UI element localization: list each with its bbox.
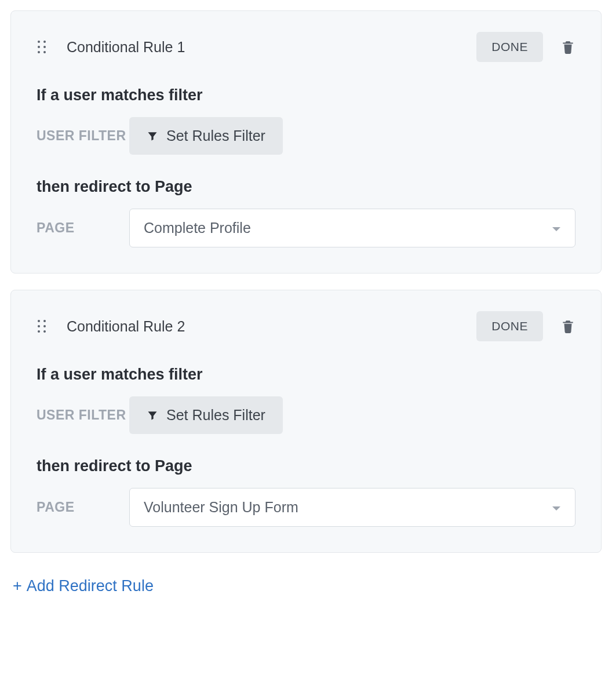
page-label: PAGE (37, 498, 129, 516)
user-filter-label: USER FILTER (37, 127, 129, 145)
svg-point-11 (43, 330, 46, 333)
done-button[interactable]: DONE (476, 32, 543, 62)
svg-point-6 (38, 320, 40, 322)
redirect-heading: then redirect to Page (37, 178, 575, 196)
svg-point-3 (43, 46, 46, 48)
page-select-value: Complete Profile (144, 220, 251, 236)
svg-point-1 (43, 41, 46, 43)
set-rules-filter-label: Set Rules Filter (166, 127, 265, 144)
svg-point-7 (43, 320, 46, 322)
rule-header: Conditional Rule 2 DONE (37, 311, 575, 341)
rule-header: Conditional Rule 1 DONE (37, 32, 575, 62)
add-redirect-rule-label: Add Redirect Rule (27, 577, 154, 595)
svg-point-9 (43, 325, 46, 327)
add-redirect-rule-link[interactable]: + Add Redirect Rule (13, 577, 154, 595)
set-rules-filter-button[interactable]: Set Rules Filter (129, 117, 283, 155)
svg-point-0 (38, 41, 40, 43)
drag-handle-icon[interactable] (37, 39, 47, 54)
svg-point-10 (38, 330, 40, 333)
page-select-value: Volunteer Sign Up Form (144, 499, 298, 516)
trash-icon (560, 318, 575, 335)
chevron-down-icon (552, 220, 561, 236)
filter-heading: If a user matches filter (37, 86, 575, 104)
page-select[interactable]: Volunteer Sign Up Form (129, 488, 575, 527)
delete-button[interactable] (560, 318, 575, 335)
rule-title: Conditional Rule 2 (67, 318, 476, 335)
svg-point-5 (43, 51, 46, 53)
filter-icon (147, 130, 158, 142)
page-row: PAGE Complete Profile (37, 209, 575, 247)
filter-icon (147, 410, 158, 421)
user-filter-label: USER FILTER (37, 406, 129, 424)
filter-heading: If a user matches filter (37, 366, 575, 384)
svg-point-2 (38, 46, 40, 48)
conditional-rule-card: Conditional Rule 2 DONE If a user matche… (10, 290, 602, 553)
delete-button[interactable] (560, 38, 575, 56)
rule-title: Conditional Rule 1 (67, 39, 476, 56)
chevron-down-icon (552, 499, 561, 516)
page-select[interactable]: Complete Profile (129, 209, 575, 247)
user-filter-row: USER FILTER Set Rules Filter (37, 396, 575, 434)
set-rules-filter-label: Set Rules Filter (166, 407, 265, 424)
trash-icon (560, 38, 575, 56)
done-button[interactable]: DONE (476, 311, 543, 341)
page-row: PAGE Volunteer Sign Up Form (37, 488, 575, 527)
svg-point-4 (38, 51, 40, 53)
set-rules-filter-button[interactable]: Set Rules Filter (129, 396, 283, 434)
redirect-heading: then redirect to Page (37, 457, 575, 475)
conditional-rule-card: Conditional Rule 1 DONE If a user matche… (10, 10, 602, 274)
svg-point-8 (38, 325, 40, 327)
drag-handle-icon[interactable] (37, 319, 47, 334)
plus-icon: + (13, 577, 22, 595)
page-label: PAGE (37, 219, 129, 237)
user-filter-row: USER FILTER Set Rules Filter (37, 117, 575, 155)
